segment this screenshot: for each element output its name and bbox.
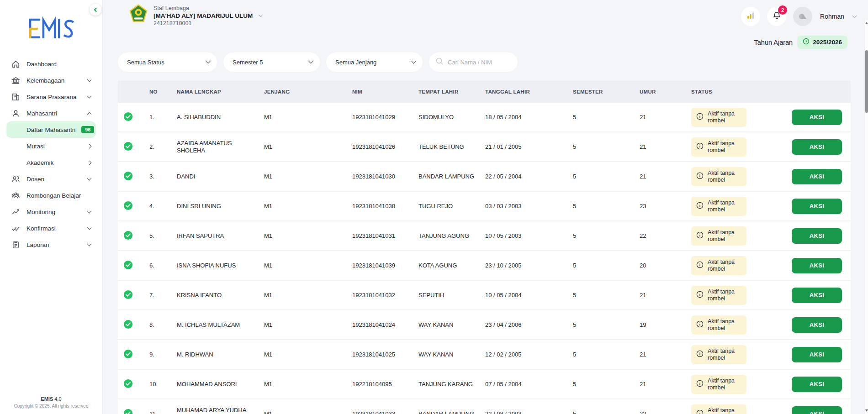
aksi-button[interactable]: AKSI — [792, 228, 842, 244]
sidebar-item-akademik[interactable]: Akademik — [6, 154, 96, 171]
tahun-ajaran-pill[interactable]: 2025/2026 — [797, 36, 847, 49]
clock-icon — [803, 38, 810, 47]
cell-tanggal-lahir: 18 / 05 / 2004 — [485, 114, 573, 121]
chevron-right-icon — [87, 160, 92, 165]
sidebar-item-rombongan-belajar[interactable]: Rombongan Belajar — [6, 187, 96, 204]
status-badge: Aktif tanpa rombel — [691, 375, 746, 394]
jenjang-filter-select[interactable]: Semua Jenjang — [326, 52, 423, 72]
sidebar-item-label: Monitoring — [26, 209, 82, 215]
status-badge-text: Aktif tanpa rombel — [708, 288, 741, 302]
sidebar-item-kelembagaan[interactable]: Kelembagaan — [6, 72, 96, 89]
active-check-icon — [123, 409, 133, 414]
column-header: JENJANG — [264, 89, 352, 94]
tahun-ajaran-label: Tahun Ajaran — [754, 39, 793, 46]
main-content: Staf Lembaga [MA'HAD ALY] MADARIJUL ULUM… — [103, 0, 868, 414]
aksi-button[interactable]: AKSI — [792, 110, 842, 125]
cell-no: 5. — [142, 232, 177, 239]
cell-umur: 19 — [640, 321, 691, 328]
aksi-button[interactable]: AKSI — [792, 317, 842, 333]
sidebar-item-label: Laporan — [26, 241, 82, 248]
cell-tanggal-lahir: 22 / 05 / 2004 — [485, 173, 573, 180]
stats-button[interactable] — [741, 7, 760, 26]
sidebar-footer: EMIS 4.0 Copyright © 2025. All rights re… — [0, 396, 102, 409]
aksi-button[interactable]: AKSI — [792, 288, 842, 303]
table-row: 3. DANDI M1 1923181041030 BANDAR LAMPUNG… — [118, 162, 851, 192]
sidebar-item-laporan[interactable]: Laporan — [6, 236, 96, 253]
sidebar-collapse-button[interactable] — [90, 4, 101, 16]
chevron-down-icon — [87, 241, 92, 246]
column-header: NIM — [352, 89, 418, 94]
sidebar-item-label: Kelembagaan — [26, 77, 82, 84]
chevron-down-icon — [87, 176, 92, 180]
bar-chart-icon — [746, 11, 755, 22]
building-icon — [11, 92, 21, 101]
sidebar-item-konfirmasi[interactable]: Konfirmasi — [6, 220, 96, 236]
cell-tanggal-lahir: 03 / 03 / 2003 — [485, 203, 573, 210]
sidebar-item-monitoring[interactable]: Monitoring — [6, 204, 96, 220]
cell-semester: 5 — [573, 232, 640, 239]
aksi-button[interactable]: AKSI — [792, 258, 842, 273]
sidebar-item-dashboard[interactable]: Dashboard — [6, 56, 96, 72]
info-icon — [696, 202, 704, 210]
chevron-down-icon[interactable] — [852, 13, 857, 18]
vertical-scrollbar[interactable] — [864, 20, 868, 414]
institution-block[interactable]: Staf Lembaga [MA'HAD ALY] MADARIJUL ULUM… — [129, 4, 262, 27]
avatar[interactable] — [793, 7, 812, 26]
cell-semester: 5 — [573, 173, 640, 180]
double-check-icon — [11, 224, 21, 233]
notifications-button[interactable]: 2 — [767, 7, 786, 26]
institution-id: 241218710001 — [153, 20, 262, 27]
cell-tempat-lahir: BANDAR LAMPUNG — [418, 173, 485, 180]
status-badge-text: Aktif tanpa rombel — [708, 199, 741, 213]
institution-name: [MA'HAD ALY] MADARIJUL ULUM — [153, 12, 253, 20]
active-check-icon — [123, 349, 133, 360]
cell-umur: 21 — [640, 292, 691, 299]
aksi-button[interactable]: AKSI — [792, 406, 842, 414]
semester-filter-value: Semester 5 — [233, 59, 305, 66]
cell-no: 9. — [142, 351, 177, 358]
kemenag-logo — [129, 4, 148, 25]
status-filter-select[interactable]: Semua Status — [118, 52, 217, 72]
semester-filter-select[interactable]: Semester 5 — [223, 52, 320, 72]
group-icon — [11, 191, 21, 200]
status-badge: Aktif tanpa rombel — [691, 256, 746, 275]
sidebar-item-mahasantri[interactable]: Mahasantri — [6, 105, 96, 121]
search-input[interactable] — [448, 59, 507, 66]
search-box — [429, 52, 518, 72]
chevron-right-icon — [87, 144, 92, 148]
info-icon — [696, 113, 704, 121]
info-icon — [696, 142, 704, 151]
cell-no: 6. — [142, 262, 177, 269]
aksi-button[interactable]: AKSI — [792, 377, 842, 392]
aksi-button[interactable]: AKSI — [792, 139, 842, 155]
cell-no: 2. — [142, 143, 177, 150]
chevron-down-icon[interactable] — [259, 13, 263, 17]
column-header: NO — [142, 89, 177, 94]
cell-tanggal-lahir: 23 / 04 / 2006 — [485, 321, 573, 328]
cell-nim: 1923181041025 — [352, 351, 418, 358]
table-row: 7. KRISNA IFANTO M1 1923181041032 SEPUTI… — [118, 281, 851, 310]
cell-nama: A. SIHABUDDIN — [177, 114, 264, 121]
table-row: 10. MOHAMMAD ANSORI M1 192218104095 TANJ… — [118, 370, 851, 399]
footer-brand: EMIS — [41, 396, 53, 402]
scrollbar-thumb[interactable] — [865, 50, 868, 113]
status-badge-text: Aktif tanpa rombel — [708, 140, 741, 154]
cell-no: 4. — [142, 203, 177, 210]
table-row: 2. AZAIDA AMANATUS SHOLEHA M1 1923181041… — [118, 132, 851, 162]
sidebar-item-daftar-mahasantri[interactable]: Daftar Mahasantri 96 — [6, 121, 96, 138]
table-row: 4. DINI SRI UNING M1 1923181041038 TUGU … — [118, 192, 851, 221]
sidebar-item-sarana-prasarana[interactable]: Sarana Prasarana — [6, 89, 96, 105]
sidebar-item-label: Dosen — [26, 176, 82, 183]
sidebar-item-dosen[interactable]: Dosen — [6, 171, 96, 187]
cell-tempat-lahir: TANJUNG KARANG — [418, 381, 485, 388]
scroll-up-arrow-icon[interactable] — [865, 22, 868, 24]
aksi-button[interactable]: AKSI — [792, 169, 842, 184]
aksi-button[interactable]: AKSI — [792, 199, 842, 214]
aksi-button[interactable]: AKSI — [792, 347, 842, 362]
cell-nim: 1923181041029 — [352, 114, 418, 121]
sidebar-item-label: Mahasantri — [26, 110, 82, 117]
scroll-down-arrow-icon[interactable] — [865, 409, 868, 412]
cell-tempat-lahir: SIDOMULYO — [418, 114, 485, 121]
sidebar-item-mutasi[interactable]: Mutasi — [6, 138, 96, 154]
cell-semester: 5 — [573, 321, 640, 328]
